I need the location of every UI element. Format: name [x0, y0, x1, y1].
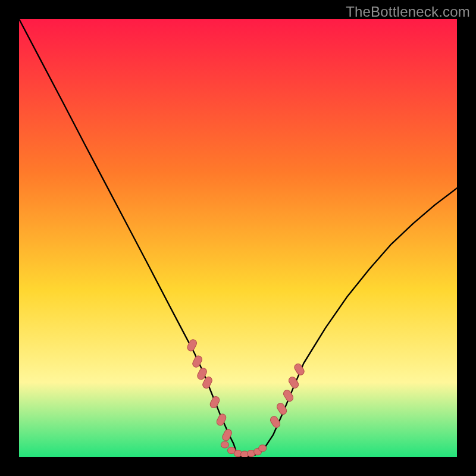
chart-svg [19, 19, 457, 457]
gradient-background [19, 19, 457, 457]
marker-dot [259, 445, 267, 452]
plot-area [19, 19, 457, 457]
marker-dot [221, 441, 228, 448]
chart-frame: TheBottleneck.com [0, 0, 476, 476]
watermark-label: TheBottleneck.com [346, 4, 470, 20]
